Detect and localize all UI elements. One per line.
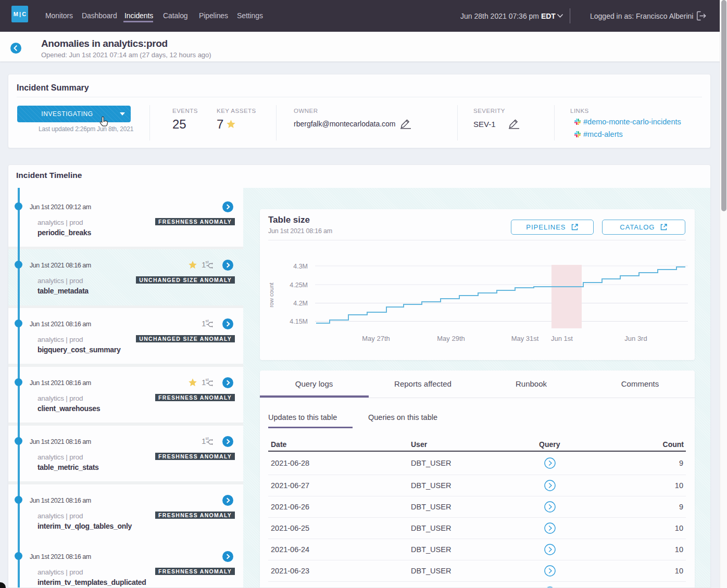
svg-text:st: st bbox=[206, 260, 209, 264]
svg-text:st: st bbox=[206, 436, 209, 441]
svg-text:st: st bbox=[206, 318, 209, 323]
svg-text:st: st bbox=[206, 377, 209, 382]
svg-text:4.15M: 4.15M bbox=[290, 318, 308, 325]
svg-text:May 29th: May 29th bbox=[437, 335, 465, 342]
svg-text:Jun 1st: Jun 1st bbox=[551, 335, 573, 342]
svg-text:Jun 3rd: Jun 3rd bbox=[624, 335, 647, 342]
svg-text:4.25M: 4.25M bbox=[290, 282, 308, 289]
svg-text:row count: row count bbox=[268, 283, 274, 308]
svg-text:4.3M: 4.3M bbox=[293, 263, 308, 270]
svg-text:May 31st: May 31st bbox=[511, 335, 539, 342]
svg-text:4.2M: 4.2M bbox=[293, 300, 308, 307]
svg-text:May 27th: May 27th bbox=[362, 335, 390, 342]
